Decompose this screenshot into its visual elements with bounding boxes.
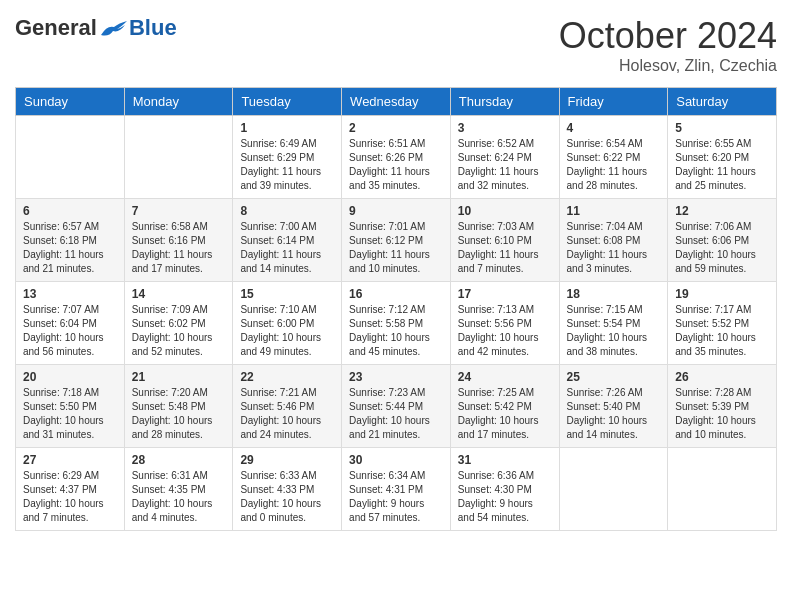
- calendar-cell: 13Sunrise: 7:07 AM Sunset: 6:04 PM Dayli…: [16, 282, 125, 365]
- day-info: Sunrise: 6:52 AM Sunset: 6:24 PM Dayligh…: [458, 137, 552, 193]
- calendar-cell: 27Sunrise: 6:29 AM Sunset: 4:37 PM Dayli…: [16, 448, 125, 531]
- day-number: 18: [567, 287, 661, 301]
- day-info: Sunrise: 7:28 AM Sunset: 5:39 PM Dayligh…: [675, 386, 769, 442]
- calendar-cell: 26Sunrise: 7:28 AM Sunset: 5:39 PM Dayli…: [668, 365, 777, 448]
- weekday-header-saturday: Saturday: [668, 88, 777, 116]
- logo-blue-text: Blue: [129, 15, 177, 41]
- day-info: Sunrise: 7:00 AM Sunset: 6:14 PM Dayligh…: [240, 220, 334, 276]
- day-number: 7: [132, 204, 226, 218]
- week-row-3: 13Sunrise: 7:07 AM Sunset: 6:04 PM Dayli…: [16, 282, 777, 365]
- logo-bird-icon: [99, 17, 129, 39]
- calendar-cell: 11Sunrise: 7:04 AM Sunset: 6:08 PM Dayli…: [559, 199, 668, 282]
- day-number: 27: [23, 453, 117, 467]
- day-info: Sunrise: 7:03 AM Sunset: 6:10 PM Dayligh…: [458, 220, 552, 276]
- calendar-cell: [559, 448, 668, 531]
- weekday-header-wednesday: Wednesday: [342, 88, 451, 116]
- day-number: 13: [23, 287, 117, 301]
- week-row-2: 6Sunrise: 6:57 AM Sunset: 6:18 PM Daylig…: [16, 199, 777, 282]
- calendar-cell: 30Sunrise: 6:34 AM Sunset: 4:31 PM Dayli…: [342, 448, 451, 531]
- day-info: Sunrise: 7:12 AM Sunset: 5:58 PM Dayligh…: [349, 303, 443, 359]
- day-number: 23: [349, 370, 443, 384]
- day-number: 19: [675, 287, 769, 301]
- calendar-cell: 1Sunrise: 6:49 AM Sunset: 6:29 PM Daylig…: [233, 116, 342, 199]
- day-info: Sunrise: 7:09 AM Sunset: 6:02 PM Dayligh…: [132, 303, 226, 359]
- calendar-cell: 23Sunrise: 7:23 AM Sunset: 5:44 PM Dayli…: [342, 365, 451, 448]
- day-number: 21: [132, 370, 226, 384]
- month-title: October 2024: [559, 15, 777, 57]
- weekday-header-sunday: Sunday: [16, 88, 125, 116]
- calendar-cell: 8Sunrise: 7:00 AM Sunset: 6:14 PM Daylig…: [233, 199, 342, 282]
- day-number: 20: [23, 370, 117, 384]
- day-info: Sunrise: 7:20 AM Sunset: 5:48 PM Dayligh…: [132, 386, 226, 442]
- day-info: Sunrise: 7:18 AM Sunset: 5:50 PM Dayligh…: [23, 386, 117, 442]
- calendar-cell: 29Sunrise: 6:33 AM Sunset: 4:33 PM Dayli…: [233, 448, 342, 531]
- calendar-cell: 4Sunrise: 6:54 AM Sunset: 6:22 PM Daylig…: [559, 116, 668, 199]
- calendar-cell: 22Sunrise: 7:21 AM Sunset: 5:46 PM Dayli…: [233, 365, 342, 448]
- day-number: 10: [458, 204, 552, 218]
- logo-general-text: General: [15, 15, 97, 41]
- day-info: Sunrise: 6:51 AM Sunset: 6:26 PM Dayligh…: [349, 137, 443, 193]
- day-number: 16: [349, 287, 443, 301]
- weekday-header-row: SundayMondayTuesdayWednesdayThursdayFrid…: [16, 88, 777, 116]
- day-number: 2: [349, 121, 443, 135]
- day-info: Sunrise: 6:29 AM Sunset: 4:37 PM Dayligh…: [23, 469, 117, 525]
- day-info: Sunrise: 7:21 AM Sunset: 5:46 PM Dayligh…: [240, 386, 334, 442]
- day-number: 3: [458, 121, 552, 135]
- day-number: 22: [240, 370, 334, 384]
- day-info: Sunrise: 7:13 AM Sunset: 5:56 PM Dayligh…: [458, 303, 552, 359]
- calendar-cell: 25Sunrise: 7:26 AM Sunset: 5:40 PM Dayli…: [559, 365, 668, 448]
- week-row-1: 1Sunrise: 6:49 AM Sunset: 6:29 PM Daylig…: [16, 116, 777, 199]
- day-info: Sunrise: 7:07 AM Sunset: 6:04 PM Dayligh…: [23, 303, 117, 359]
- day-number: 14: [132, 287, 226, 301]
- day-info: Sunrise: 6:58 AM Sunset: 6:16 PM Dayligh…: [132, 220, 226, 276]
- calendar-cell: 18Sunrise: 7:15 AM Sunset: 5:54 PM Dayli…: [559, 282, 668, 365]
- weekday-header-friday: Friday: [559, 88, 668, 116]
- calendar-cell: 15Sunrise: 7:10 AM Sunset: 6:00 PM Dayli…: [233, 282, 342, 365]
- day-number: 4: [567, 121, 661, 135]
- calendar-cell: 10Sunrise: 7:03 AM Sunset: 6:10 PM Dayli…: [450, 199, 559, 282]
- day-info: Sunrise: 7:04 AM Sunset: 6:08 PM Dayligh…: [567, 220, 661, 276]
- day-info: Sunrise: 7:15 AM Sunset: 5:54 PM Dayligh…: [567, 303, 661, 359]
- day-number: 25: [567, 370, 661, 384]
- calendar-cell: 9Sunrise: 7:01 AM Sunset: 6:12 PM Daylig…: [342, 199, 451, 282]
- day-number: 24: [458, 370, 552, 384]
- title-block: October 2024 Holesov, Zlin, Czechia: [559, 15, 777, 75]
- day-number: 11: [567, 204, 661, 218]
- week-row-4: 20Sunrise: 7:18 AM Sunset: 5:50 PM Dayli…: [16, 365, 777, 448]
- day-number: 30: [349, 453, 443, 467]
- calendar-table: SundayMondayTuesdayWednesdayThursdayFrid…: [15, 87, 777, 531]
- day-info: Sunrise: 7:10 AM Sunset: 6:00 PM Dayligh…: [240, 303, 334, 359]
- logo: General Blue: [15, 15, 177, 41]
- calendar-cell: 19Sunrise: 7:17 AM Sunset: 5:52 PM Dayli…: [668, 282, 777, 365]
- day-info: Sunrise: 6:55 AM Sunset: 6:20 PM Dayligh…: [675, 137, 769, 193]
- day-info: Sunrise: 7:06 AM Sunset: 6:06 PM Dayligh…: [675, 220, 769, 276]
- day-info: Sunrise: 7:23 AM Sunset: 5:44 PM Dayligh…: [349, 386, 443, 442]
- day-info: Sunrise: 7:01 AM Sunset: 6:12 PM Dayligh…: [349, 220, 443, 276]
- calendar-cell: 17Sunrise: 7:13 AM Sunset: 5:56 PM Dayli…: [450, 282, 559, 365]
- calendar-cell: [124, 116, 233, 199]
- calendar-cell: 5Sunrise: 6:55 AM Sunset: 6:20 PM Daylig…: [668, 116, 777, 199]
- day-info: Sunrise: 6:36 AM Sunset: 4:30 PM Dayligh…: [458, 469, 552, 525]
- location-text: Holesov, Zlin, Czechia: [559, 57, 777, 75]
- calendar-cell: 20Sunrise: 7:18 AM Sunset: 5:50 PM Dayli…: [16, 365, 125, 448]
- day-info: Sunrise: 6:49 AM Sunset: 6:29 PM Dayligh…: [240, 137, 334, 193]
- day-number: 5: [675, 121, 769, 135]
- calendar-cell: [16, 116, 125, 199]
- day-number: 28: [132, 453, 226, 467]
- day-info: Sunrise: 6:54 AM Sunset: 6:22 PM Dayligh…: [567, 137, 661, 193]
- day-number: 29: [240, 453, 334, 467]
- day-info: Sunrise: 7:17 AM Sunset: 5:52 PM Dayligh…: [675, 303, 769, 359]
- weekday-header-monday: Monday: [124, 88, 233, 116]
- calendar-cell: [668, 448, 777, 531]
- day-number: 17: [458, 287, 552, 301]
- day-info: Sunrise: 6:57 AM Sunset: 6:18 PM Dayligh…: [23, 220, 117, 276]
- day-number: 26: [675, 370, 769, 384]
- day-number: 15: [240, 287, 334, 301]
- calendar-cell: 7Sunrise: 6:58 AM Sunset: 6:16 PM Daylig…: [124, 199, 233, 282]
- weekday-header-tuesday: Tuesday: [233, 88, 342, 116]
- calendar-cell: 3Sunrise: 6:52 AM Sunset: 6:24 PM Daylig…: [450, 116, 559, 199]
- calendar-cell: 28Sunrise: 6:31 AM Sunset: 4:35 PM Dayli…: [124, 448, 233, 531]
- day-info: Sunrise: 7:26 AM Sunset: 5:40 PM Dayligh…: [567, 386, 661, 442]
- day-number: 1: [240, 121, 334, 135]
- day-number: 6: [23, 204, 117, 218]
